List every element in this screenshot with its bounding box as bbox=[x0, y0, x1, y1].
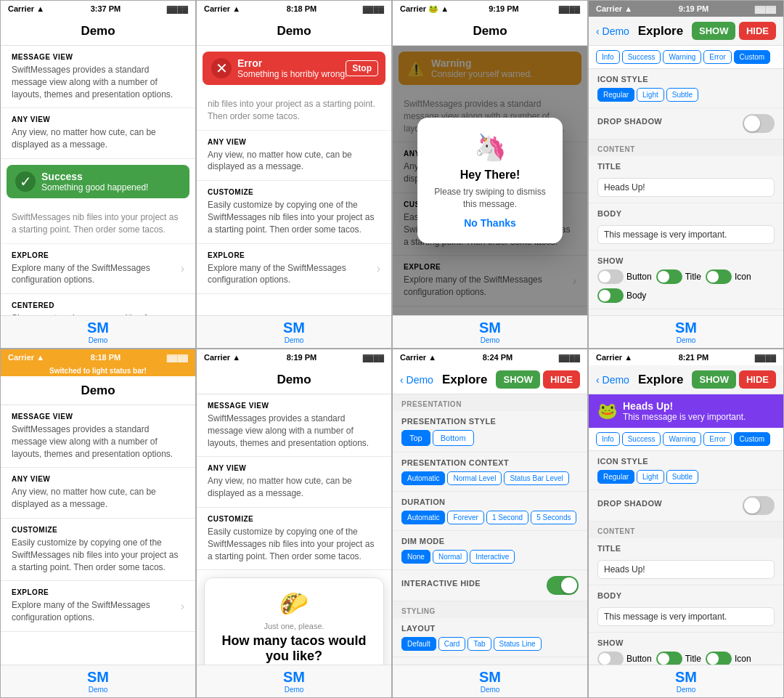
style-bottom-btn[interactable]: Bottom bbox=[433, 430, 474, 446]
tab-info-b4[interactable]: Info bbox=[596, 432, 620, 446]
ctx-auto-btn[interactable]: Automatic bbox=[401, 471, 445, 485]
content-3: ⚠️ Warning Consider yourself warned. Swi… bbox=[393, 46, 587, 315]
layout-default-btn[interactable]: Default bbox=[401, 637, 436, 651]
heads-up-banner: 🐸 Heads Up! This message is very importa… bbox=[589, 394, 783, 428]
tab-label-b2: Demo bbox=[285, 686, 304, 694]
layout-status-btn[interactable]: Status Line bbox=[494, 637, 542, 651]
theme-tab-success[interactable]: Success bbox=[622, 50, 661, 64]
time-2: 8:18 PM bbox=[287, 4, 317, 13]
dur-1sec-btn[interactable]: 1 Second bbox=[486, 511, 528, 524]
nav-bar-b1: Demo bbox=[1, 376, 195, 405]
presentation-style-row: PRESENTATION STYLE Top Bottom bbox=[393, 411, 587, 453]
duration-row: DURATION Automatic Forever 1 Second 5 Se… bbox=[393, 492, 587, 531]
error-icon: ✕ bbox=[211, 58, 232, 78]
icon-style-light[interactable]: Light bbox=[637, 88, 664, 102]
hide-button-4t[interactable]: HIDE bbox=[739, 22, 776, 40]
carrier-1: Carrier ▲ bbox=[8, 4, 44, 13]
interactive-hide-toggle[interactable] bbox=[547, 576, 579, 595]
dim-none-btn[interactable]: None bbox=[401, 550, 430, 564]
panel-b4: Carrier ▲ 8:21 PM ▓▓▓▓ ‹ Demo Explore SH… bbox=[588, 349, 784, 698]
dur-forever-btn[interactable]: Forever bbox=[447, 511, 483, 524]
show-icon-toggle[interactable] bbox=[706, 269, 732, 284]
carrier-b4: Carrier ▲ bbox=[596, 353, 632, 362]
dim-interactive-btn[interactable]: Interactive bbox=[470, 550, 515, 564]
theme-tabs-row: Info Success Warning Error Custom bbox=[589, 46, 783, 69]
style-top-btn[interactable]: Top bbox=[401, 430, 430, 446]
ctx-normal-btn[interactable]: Normal Level bbox=[447, 471, 502, 485]
no-thanks-button[interactable]: No Thanks bbox=[432, 217, 548, 229]
chevron-right-icon: › bbox=[181, 262, 184, 275]
section-explore-2[interactable]: EXPLORE Explore many of the SwiftMessage… bbox=[197, 244, 391, 295]
nav-title-3: Demo bbox=[473, 24, 507, 38]
orange-bar-message: Switched to light status bar! bbox=[1, 365, 195, 376]
theme-tab-custom[interactable]: Custom bbox=[734, 50, 770, 64]
show-button-b3[interactable]: SHOW bbox=[496, 370, 539, 389]
icon-regular-b4[interactable]: Regular bbox=[597, 470, 634, 484]
icon-style-regular[interactable]: Regular bbox=[597, 88, 634, 102]
show-icon-item-b4: Icon bbox=[706, 652, 751, 665]
tab-warning-b4[interactable]: Warning bbox=[663, 432, 701, 446]
icon-subtle-b4[interactable]: Subtle bbox=[666, 470, 698, 484]
nav-bar-3: Demo bbox=[393, 17, 587, 46]
theme-tab-error[interactable]: Error bbox=[703, 50, 731, 64]
drop-shadow-toggle-b4[interactable] bbox=[743, 496, 775, 515]
body-input-b4[interactable] bbox=[597, 607, 775, 626]
show-title-toggle[interactable] bbox=[656, 269, 682, 284]
section-mv-b2: MESSAGE VIEW SwiftMessages provides a st… bbox=[197, 394, 391, 457]
back-button-b3[interactable]: ‹ Demo bbox=[400, 374, 433, 386]
carrier-2: Carrier ▲ bbox=[204, 4, 240, 13]
ctx-status-btn[interactable]: Status Bar Level bbox=[504, 471, 568, 485]
status-bar-4t: Carrier ▲ 9:19 PM ▓▓▓▓ bbox=[589, 1, 783, 17]
nav-title-1: Demo bbox=[81, 24, 115, 38]
dim-normal-btn[interactable]: Normal bbox=[433, 550, 467, 564]
section-expl-b1[interactable]: EXPLORE Explore many of the SwiftMessage… bbox=[1, 581, 195, 632]
content-1: MESSAGE VIEW SwiftMessages provides a st… bbox=[1, 46, 195, 315]
modal-icon: 🦄 bbox=[432, 132, 548, 163]
theme-tab-info[interactable]: Info bbox=[596, 50, 620, 64]
show-body-toggle[interactable] bbox=[597, 288, 624, 303]
dur-auto-btn[interactable]: Automatic bbox=[401, 511, 445, 524]
show-button-toggle-b4[interactable] bbox=[597, 652, 624, 665]
title-input[interactable] bbox=[597, 178, 775, 197]
stop-button[interactable]: Stop bbox=[346, 60, 378, 76]
nav-bar-1: Demo bbox=[1, 17, 195, 46]
back-button-4t[interactable]: ‹ Demo bbox=[596, 25, 629, 37]
drop-shadow-toggle[interactable] bbox=[743, 114, 775, 133]
title-input-b4[interactable] bbox=[597, 560, 775, 579]
back-button-b4[interactable]: ‹ Demo bbox=[596, 374, 629, 386]
icon-light-b4[interactable]: Light bbox=[637, 470, 664, 484]
tab-success-b4[interactable]: Success bbox=[622, 432, 661, 446]
show-button-toggle[interactable] bbox=[597, 269, 624, 284]
styling-section-header: STYLING bbox=[393, 601, 587, 618]
show-button-b4[interactable]: SHOW bbox=[692, 370, 735, 389]
tab-label-b4: Demo bbox=[677, 686, 696, 694]
taco-title: How many tacos would you like? bbox=[216, 633, 372, 664]
dur-5sec-btn[interactable]: 5 Seconds bbox=[531, 511, 576, 524]
show-title-toggle-b4[interactable] bbox=[656, 652, 682, 665]
tab-custom-b4[interactable]: Custom bbox=[734, 432, 770, 446]
icon-style-subtle[interactable]: Subtle bbox=[666, 88, 698, 102]
time-b1: 8:18 PM bbox=[91, 353, 121, 362]
status-bar-b2: Carrier ▲ 8:19 PM ▓▓▓▓ bbox=[197, 349, 391, 365]
tab-error-b4[interactable]: Error bbox=[703, 432, 731, 446]
sm-logo-b3: SM bbox=[479, 669, 501, 686]
panel-4-top: Carrier ▲ 9:19 PM ▓▓▓▓ ‹ Demo Explore SH… bbox=[588, 0, 784, 349]
section-explore-1[interactable]: EXPLORE Explore many of the SwiftMessage… bbox=[1, 244, 195, 295]
modal-overlay: 🦄 Hey There! Please try swiping to dismi… bbox=[393, 46, 587, 315]
layout-tab-btn[interactable]: Tab bbox=[467, 637, 491, 651]
theme-tab-warning[interactable]: Warning bbox=[663, 50, 701, 64]
body-input[interactable] bbox=[597, 225, 775, 244]
sm-logo-1: SM bbox=[87, 320, 109, 336]
error-banner: ✕ Error Something is horribly wrong! Sto… bbox=[203, 52, 385, 85]
show-button-4t[interactable]: SHOW bbox=[692, 22, 735, 40]
hide-button-b4[interactable]: HIDE bbox=[739, 370, 776, 389]
section-cust-b2: CUSTOMIZE Easily customize by copying on… bbox=[197, 508, 391, 570]
layout-card-btn[interactable]: Card bbox=[438, 637, 466, 651]
panel-1: Carrier ▲ 3:37 PM ▓▓▓▓ Demo MESSAGE VIEW… bbox=[0, 0, 196, 349]
status-bar-2: Carrier ▲ 8:18 PM ▓▓▓▓ bbox=[197, 1, 391, 17]
hide-button-b3[interactable]: HIDE bbox=[543, 370, 580, 389]
modal-body: Please try swiping to dismiss this messa… bbox=[432, 186, 548, 211]
status-bar-3: Carrier 🐸 ▲ 9:19 PM ▓▓▓▓ bbox=[393, 1, 587, 17]
title-row-b4: TITLE bbox=[589, 538, 783, 585]
show-icon-toggle-b4[interactable] bbox=[706, 652, 732, 665]
